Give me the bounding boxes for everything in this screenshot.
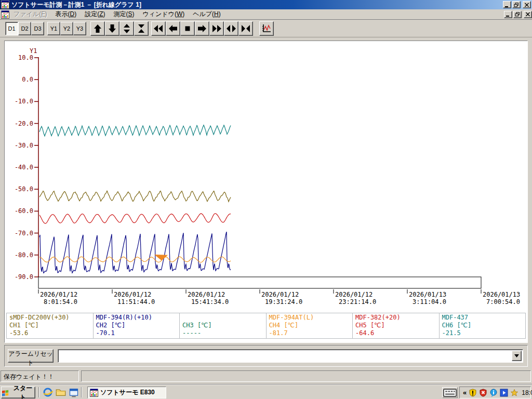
channel-label: CH2 [℃] [96,322,177,329]
app-task-button[interactable]: ソフトサーモ E830 [87,387,166,398]
expand-horizontal-button[interactable] [224,21,238,36]
y1-button[interactable]: Y1 [47,22,60,35]
graph-view-button[interactable] [259,21,274,36]
folder-launch-button[interactable] [56,387,66,397]
mdi-minimize-button[interactable] [504,11,512,18]
channel-name [182,314,263,322]
status-message: 保存ウェイト！！ [1,370,79,382]
taskbar-clock[interactable]: 18:00 [522,389,532,396]
svg-text:15:41:34.0: 15:41:34.0 [191,298,229,305]
tray-overflow-chevron[interactable]: « [463,389,467,396]
alarm-panel: アラームリセット [4,345,528,367]
channel-value: -64.6 [355,329,436,337]
combo-dropdown-button[interactable] [512,351,522,361]
start-label: スタート [11,384,35,399]
svg-text:Y1: Y1 [30,47,37,55]
svg-text:-80.0: -80.0 [15,251,33,259]
menu-measure[interactable]: 測定(S) [109,9,138,20]
menu-view[interactable]: 表示(D) [51,9,81,20]
svg-text:2026/01/12: 2026/01/12 [188,291,225,298]
keyboard-tray-cell[interactable] [442,387,458,398]
close-button[interactable] [523,1,531,8]
svg-text:2026/01/12: 2026/01/12 [335,291,373,298]
channel-value: -81.7 [269,329,350,337]
folder-icon [56,387,66,397]
mdi-restore-button[interactable] [513,11,522,18]
scroll-down-button[interactable] [105,21,119,36]
menu-settings[interactable]: 設定(Z) [81,9,109,20]
line-chart[interactable]: Y110.00.0-10.0-20.0-30.0-40.0-50.0-60.0-… [5,41,526,312]
step-back-button[interactable] [166,21,180,36]
svg-text:2026/01/12: 2026/01/12 [261,291,299,298]
minimize-button[interactable] [503,1,511,8]
media-play-tray-icon[interactable] [500,389,508,397]
channel-label: CH5 [℃] [355,322,436,329]
shield-error-tray-icon[interactable] [479,389,487,397]
svg-text:2026/01/12: 2026/01/12 [40,291,77,298]
arrow-left-icon [168,23,178,34]
legend-ch1: sMDF-DC200V(+30)CH1 [℃]-53.6 [6,313,94,339]
collapse-horizontal-button[interactable] [238,21,253,36]
star-icon [510,389,518,397]
graph-icon [261,23,272,34]
restore-button[interactable] [512,1,521,8]
series-ch5 [39,214,231,223]
shield-warning-tray-icon[interactable] [469,389,477,397]
mdi-close-button[interactable] [524,11,532,18]
taskbar-separator [38,387,39,397]
menu-file[interactable]: ファイル(F) [9,9,51,20]
collapse-horizontal-icon [241,23,251,34]
channel-value: -21.5 [442,329,523,337]
svg-text:23:21:14.0: 23:21:14.0 [339,298,376,305]
svg-text:-90.0: -90.0 [15,273,33,281]
channel-value: -70.1 [96,329,177,337]
start-button[interactable]: スタート [1,387,35,398]
svg-text:2026/01/12: 2026/01/12 [114,291,151,298]
step-forward-button[interactable] [195,21,209,36]
status-cell-empty [81,370,531,382]
scroll-up-button[interactable] [90,21,105,36]
shield-error-icon [479,389,487,397]
svg-text:-40.0: -40.0 [15,164,33,171]
channel-label: CH3 [℃] [182,322,263,329]
menu-help[interactable]: ヘルプ(H) [189,9,225,20]
fast-rewind-button[interactable] [151,21,166,36]
info-balloon-tray-icon[interactable] [489,389,498,397]
d3-button[interactable]: D3 [31,22,44,35]
expand-vertical-icon [122,23,132,34]
legend-ch6: MDF-437CH6 [℃]-21.5 [439,313,526,339]
d1-button[interactable]: D1 [5,22,18,35]
menu-window[interactable]: ウィンドウ(W) [139,9,189,20]
arrow-down-icon [107,23,117,34]
legend-ch2: MDF-394(R)(+10)CH2 [℃]-70.1 [93,313,180,339]
svg-text:8:01:54.0: 8:01:54.0 [44,298,77,305]
internet-explorer-icon [43,387,53,397]
stop-button[interactable] [180,21,195,36]
channel-name: MDF-394(R)(+10) [96,314,177,322]
alarm-reset-button[interactable]: アラームリセット [8,349,54,363]
shield-warning-icon [469,389,477,397]
arrow-right-icon [197,23,207,34]
taskbar-separator [81,387,82,397]
collapse-vertical-icon [136,23,147,34]
alarm-combobox[interactable] [58,349,523,363]
svg-text:-50.0: -50.0 [15,185,33,193]
app-window-icon [69,387,79,397]
d2-button[interactable]: D2 [18,22,31,35]
channel-value: ----- [182,329,263,337]
collapse-vertical-button[interactable] [134,21,149,36]
document-icon [1,10,9,19]
y3-button[interactable]: Y3 [73,22,86,35]
internet-explorer-launch-button[interactable] [43,387,53,397]
star-tray-icon[interactable] [510,389,518,397]
svg-text:7:00:54.0: 7:00:54.0 [486,298,520,305]
y2-button[interactable]: Y2 [60,22,73,35]
expand-vertical-button[interactable] [119,21,134,36]
channel-name: MDF-437 [442,314,523,322]
svg-text:-20.0: -20.0 [15,120,33,127]
app-icon [1,1,9,9]
fast-forward-button[interactable] [209,21,224,36]
series-ch1 [39,191,231,202]
channel-label: CH1 [℃] [9,322,90,329]
app-window-launch-button[interactable] [69,387,79,397]
